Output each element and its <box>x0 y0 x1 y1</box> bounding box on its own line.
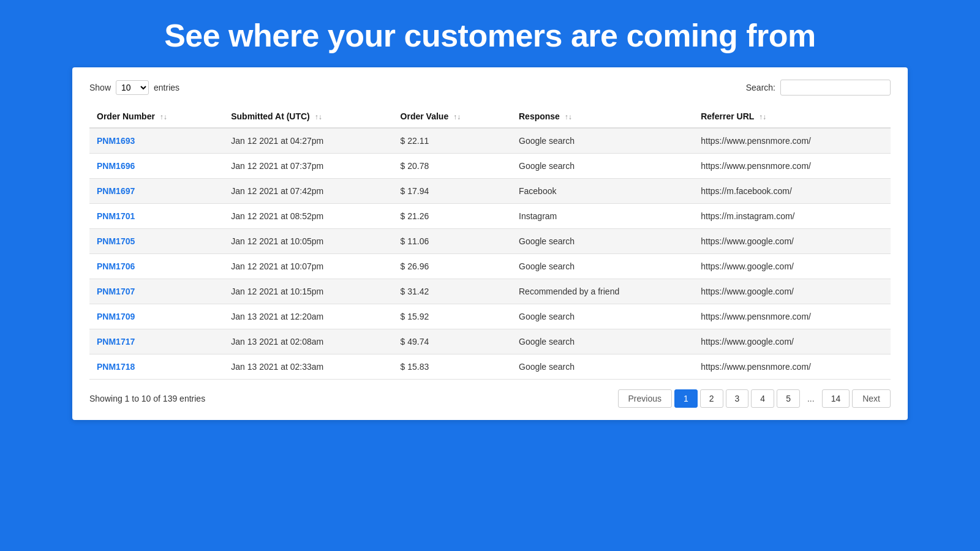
order-link[interactable]: PNM1701 <box>97 211 135 221</box>
cell-order-number: PNM1693 <box>89 128 224 154</box>
table-header-row: Order Number ↑↓ Submitted At (UTC) ↑↓ Or… <box>89 105 891 128</box>
previous-button[interactable]: Previous <box>618 389 672 408</box>
next-button[interactable]: Next <box>852 389 891 408</box>
cell-response: Google search <box>511 154 693 179</box>
cell-referrer-url: https://www.google.com/ <box>693 329 891 354</box>
cell-order-value: $ 22.11 <box>393 128 511 154</box>
sort-icon-order-number: ↑↓ <box>160 113 167 121</box>
col-order-number-label: Order Number <box>97 111 155 121</box>
table-row: PNM1705Jan 12 2021 at 10:05pm$ 11.06Goog… <box>89 229 891 254</box>
search-input[interactable] <box>780 80 891 96</box>
cell-referrer-url: https://m.instagram.com/ <box>693 204 891 229</box>
sort-icon-referrer-url: ↑↓ <box>759 113 766 121</box>
search-label: Search: <box>746 83 775 92</box>
table-row: PNM1709Jan 13 2021 at 12:20am$ 15.92Goog… <box>89 304 891 329</box>
sort-icon-submitted-at: ↑↓ <box>315 113 322 121</box>
cell-submitted-at: Jan 12 2021 at 07:37pm <box>224 154 393 179</box>
table-row: PNM1697Jan 12 2021 at 07:42pm$ 17.94Face… <box>89 179 891 204</box>
order-link[interactable]: PNM1718 <box>97 362 135 372</box>
cell-submitted-at: Jan 12 2021 at 04:27pm <box>224 128 393 154</box>
order-link[interactable]: PNM1707 <box>97 287 135 296</box>
cell-submitted-at: Jan 12 2021 at 10:05pm <box>224 229 393 254</box>
table-row: PNM1707Jan 12 2021 at 10:15pm$ 31.42Reco… <box>89 279 891 304</box>
cell-referrer-url: https://m.facebook.com/ <box>693 179 891 204</box>
cell-order-number: PNM1697 <box>89 179 224 204</box>
order-link[interactable]: PNM1696 <box>97 161 135 171</box>
cell-order-value: $ 21.26 <box>393 204 511 229</box>
cell-order-number: PNM1696 <box>89 154 224 179</box>
cell-response: Google search <box>511 329 693 354</box>
cell-referrer-url: https://www.pensnmore.com/ <box>693 154 891 179</box>
col-response-label: Response <box>519 111 560 121</box>
col-order-value[interactable]: Order Value ↑↓ <box>393 105 511 128</box>
cell-order-value: $ 15.83 <box>393 354 511 380</box>
col-submitted-at[interactable]: Submitted At (UTC) ↑↓ <box>224 105 393 128</box>
page-button-3[interactable]: 3 <box>726 389 749 408</box>
col-order-number[interactable]: Order Number ↑↓ <box>89 105 224 128</box>
cell-submitted-at: Jan 12 2021 at 08:52pm <box>224 204 393 229</box>
cell-response: Google search <box>511 254 693 279</box>
cell-submitted-at: Jan 12 2021 at 10:07pm <box>224 254 393 279</box>
cell-order-number: PNM1706 <box>89 254 224 279</box>
data-table: Order Number ↑↓ Submitted At (UTC) ↑↓ Or… <box>89 105 891 380</box>
cell-order-value: $ 31.42 <box>393 279 511 304</box>
cell-submitted-at: Jan 13 2021 at 02:08am <box>224 329 393 354</box>
showing-info: Showing 1 to 10 of 139 entries <box>89 394 205 403</box>
table-row: PNM1706Jan 12 2021 at 10:07pm$ 26.96Goog… <box>89 254 891 279</box>
cell-order-value: $ 20.78 <box>393 154 511 179</box>
cell-order-value: $ 15.92 <box>393 304 511 329</box>
cell-response: Recommended by a friend <box>511 279 693 304</box>
page-button-14[interactable]: 14 <box>822 389 850 408</box>
order-link[interactable]: PNM1709 <box>97 312 135 321</box>
col-submitted-at-label: Submitted At (UTC) <box>231 111 310 121</box>
cell-submitted-at: Jan 13 2021 at 12:20am <box>224 304 393 329</box>
table-footer: Showing 1 to 10 of 139 entries Previous … <box>89 389 891 408</box>
page-button-2[interactable]: 2 <box>700 389 723 408</box>
order-link[interactable]: PNM1706 <box>97 261 135 271</box>
cell-response: Google search <box>511 354 693 380</box>
entries-select[interactable]: 10 25 50 100 <box>116 80 149 95</box>
cell-submitted-at: Jan 12 2021 at 07:42pm <box>224 179 393 204</box>
cell-order-number: PNM1718 <box>89 354 224 380</box>
show-entries-control: Show 10 25 50 100 entries <box>89 80 179 95</box>
sort-icon-response: ↑↓ <box>565 113 572 121</box>
order-link[interactable]: PNM1717 <box>97 337 135 347</box>
entries-label: entries <box>154 83 179 92</box>
cell-response: Google search <box>511 304 693 329</box>
col-referrer-url[interactable]: Referrer URL ↑↓ <box>693 105 891 128</box>
cell-order-value: $ 11.06 <box>393 229 511 254</box>
table-row: PNM1718Jan 13 2021 at 02:33am$ 15.83Goog… <box>89 354 891 380</box>
cell-order-number: PNM1705 <box>89 229 224 254</box>
cell-order-number: PNM1717 <box>89 329 224 354</box>
page-button-4[interactable]: 4 <box>751 389 774 408</box>
cell-referrer-url: https://www.google.com/ <box>693 229 891 254</box>
cell-order-value: $ 26.96 <box>393 254 511 279</box>
cell-referrer-url: https://www.google.com/ <box>693 279 891 304</box>
search-box: Search: <box>746 80 891 96</box>
cell-referrer-url: https://www.google.com/ <box>693 254 891 279</box>
order-link[interactable]: PNM1697 <box>97 186 135 196</box>
col-referrer-url-label: Referrer URL <box>701 111 754 121</box>
cell-response: Facebook <box>511 179 693 204</box>
order-link[interactable]: PNM1705 <box>97 236 135 246</box>
page-title: See where your customers are coming from <box>0 17 980 54</box>
order-link[interactable]: PNM1693 <box>97 136 135 146</box>
show-label: Show <box>89 83 111 92</box>
sort-icon-order-value: ↑↓ <box>453 113 461 121</box>
col-order-value-label: Order Value <box>401 111 449 121</box>
cell-referrer-url: https://www.pensnmore.com/ <box>693 304 891 329</box>
table-row: PNM1696Jan 12 2021 at 07:37pm$ 20.78Goog… <box>89 154 891 179</box>
cell-submitted-at: Jan 13 2021 at 02:33am <box>224 354 393 380</box>
page-button-1[interactable]: 1 <box>674 389 698 408</box>
cell-response: Instagram <box>511 204 693 229</box>
page-button-5[interactable]: 5 <box>777 389 800 408</box>
page-ellipsis: ... <box>802 390 820 407</box>
table-container: Show 10 25 50 100 entries Search: Order … <box>72 67 908 420</box>
table-row: PNM1701Jan 12 2021 at 08:52pm$ 21.26Inst… <box>89 204 891 229</box>
cell-response: Google search <box>511 128 693 154</box>
cell-order-value: $ 17.94 <box>393 179 511 204</box>
cell-order-number: PNM1709 <box>89 304 224 329</box>
cell-order-value: $ 49.74 <box>393 329 511 354</box>
col-response[interactable]: Response ↑↓ <box>511 105 693 128</box>
cell-order-number: PNM1701 <box>89 204 224 229</box>
